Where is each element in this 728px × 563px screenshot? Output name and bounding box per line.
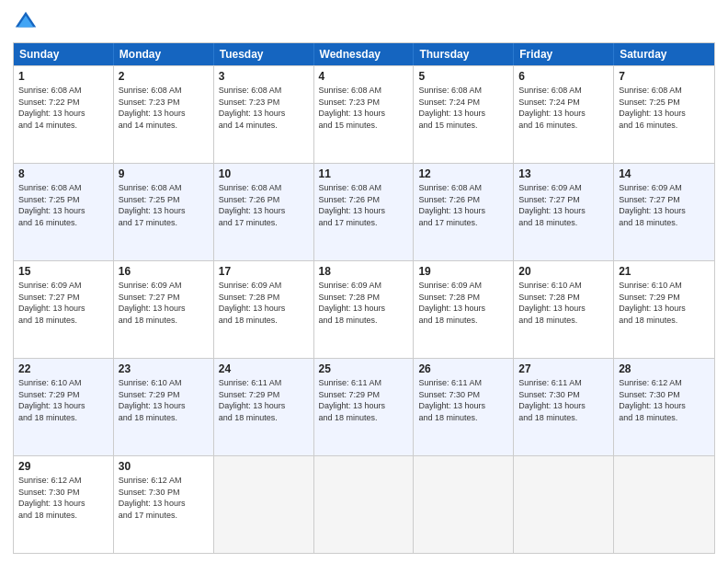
day-info: Sunrise: 6:09 AM Sunset: 7:28 PM Dayligh…	[418, 280, 508, 326]
generalblue-logo-icon	[13, 9, 39, 35]
calendar-cell	[314, 456, 415, 553]
day-info: Sunrise: 6:12 AM Sunset: 7:30 PM Dayligh…	[119, 475, 209, 521]
calendar-cell: 6Sunrise: 6:08 AM Sunset: 7:24 PM Daylig…	[514, 66, 614, 163]
calendar-cell	[214, 456, 314, 553]
calendar-cell	[614, 456, 714, 553]
day-number: 3	[219, 70, 309, 83]
day-number: 8	[18, 167, 108, 180]
calendar-cell: 21Sunrise: 6:10 AM Sunset: 7:29 PM Dayli…	[614, 261, 714, 358]
day-info: Sunrise: 6:09 AM Sunset: 7:27 PM Dayligh…	[18, 280, 108, 326]
logo	[13, 9, 42, 35]
calendar-cell: 10Sunrise: 6:08 AM Sunset: 7:26 PM Dayli…	[214, 164, 314, 260]
calendar-cell: 4Sunrise: 6:08 AM Sunset: 7:23 PM Daylig…	[314, 66, 415, 163]
day-number: 2	[119, 70, 209, 83]
calendar-week-3: 15Sunrise: 6:09 AM Sunset: 7:27 PM Dayli…	[14, 260, 714, 358]
header	[13, 9, 715, 35]
day-number: 24	[219, 362, 309, 375]
day-info: Sunrise: 6:11 AM Sunset: 7:29 PM Dayligh…	[319, 377, 409, 423]
day-number: 4	[319, 70, 409, 83]
day-info: Sunrise: 6:08 AM Sunset: 7:26 PM Dayligh…	[319, 182, 409, 228]
day-info: Sunrise: 6:09 AM Sunset: 7:28 PM Dayligh…	[219, 280, 309, 326]
day-info: Sunrise: 6:09 AM Sunset: 7:28 PM Dayligh…	[319, 280, 409, 326]
calendar-cell: 23Sunrise: 6:10 AM Sunset: 7:29 PM Dayli…	[114, 359, 214, 455]
calendar-cell: 19Sunrise: 6:09 AM Sunset: 7:28 PM Dayli…	[414, 261, 514, 358]
calendar-week-1: 1Sunrise: 6:08 AM Sunset: 7:22 PM Daylig…	[14, 65, 714, 163]
day-number: 22	[18, 362, 108, 375]
day-number: 28	[619, 362, 710, 375]
day-number: 1	[18, 70, 108, 83]
header-saturday: Saturday	[614, 43, 714, 65]
header-monday: Monday	[114, 43, 214, 65]
day-number: 10	[219, 167, 309, 180]
calendar-cell: 29Sunrise: 6:12 AM Sunset: 7:30 PM Dayli…	[14, 456, 114, 553]
calendar-cell: 15Sunrise: 6:09 AM Sunset: 7:27 PM Dayli…	[14, 261, 114, 358]
calendar-cell: 11Sunrise: 6:08 AM Sunset: 7:26 PM Dayli…	[314, 164, 415, 260]
day-info: Sunrise: 6:08 AM Sunset: 7:24 PM Dayligh…	[518, 85, 609, 131]
day-info: Sunrise: 6:11 AM Sunset: 7:29 PM Dayligh…	[219, 377, 309, 423]
calendar-cell: 25Sunrise: 6:11 AM Sunset: 7:29 PM Dayli…	[314, 359, 415, 455]
day-info: Sunrise: 6:10 AM Sunset: 7:29 PM Dayligh…	[119, 377, 209, 423]
calendar-cell: 22Sunrise: 6:10 AM Sunset: 7:29 PM Dayli…	[14, 359, 114, 455]
calendar-cell: 12Sunrise: 6:08 AM Sunset: 7:26 PM Dayli…	[414, 164, 514, 260]
calendar-cell: 2Sunrise: 6:08 AM Sunset: 7:23 PM Daylig…	[114, 66, 214, 163]
day-info: Sunrise: 6:08 AM Sunset: 7:23 PM Dayligh…	[119, 85, 209, 131]
day-number: 30	[119, 460, 209, 473]
day-number: 9	[119, 167, 209, 180]
day-number: 20	[518, 265, 609, 278]
calendar-week-4: 22Sunrise: 6:10 AM Sunset: 7:29 PM Dayli…	[14, 358, 714, 455]
day-number: 17	[219, 265, 309, 278]
day-number: 18	[319, 265, 409, 278]
header-tuesday: Tuesday	[214, 43, 314, 65]
calendar-header: Sunday Monday Tuesday Wednesday Thursday…	[14, 43, 714, 65]
day-info: Sunrise: 6:08 AM Sunset: 7:25 PM Dayligh…	[119, 182, 209, 228]
calendar-cell: 30Sunrise: 6:12 AM Sunset: 7:30 PM Dayli…	[114, 456, 214, 553]
day-info: Sunrise: 6:12 AM Sunset: 7:30 PM Dayligh…	[18, 475, 108, 521]
calendar-cell: 7Sunrise: 6:08 AM Sunset: 7:25 PM Daylig…	[614, 66, 714, 163]
calendar-cell: 3Sunrise: 6:08 AM Sunset: 7:23 PM Daylig…	[214, 66, 314, 163]
day-number: 25	[319, 362, 409, 375]
day-info: Sunrise: 6:11 AM Sunset: 7:30 PM Dayligh…	[418, 377, 508, 423]
day-number: 11	[319, 167, 409, 180]
day-info: Sunrise: 6:10 AM Sunset: 7:29 PM Dayligh…	[18, 377, 108, 423]
day-info: Sunrise: 6:12 AM Sunset: 7:30 PM Dayligh…	[619, 377, 710, 423]
calendar-cell: 5Sunrise: 6:08 AM Sunset: 7:24 PM Daylig…	[414, 66, 514, 163]
day-info: Sunrise: 6:08 AM Sunset: 7:24 PM Dayligh…	[418, 85, 508, 131]
header-sunday: Sunday	[14, 43, 114, 65]
day-number: 27	[518, 362, 609, 375]
day-number: 12	[418, 167, 508, 180]
day-number: 13	[518, 167, 609, 180]
page: Sunday Monday Tuesday Wednesday Thursday…	[0, 0, 728, 563]
day-number: 21	[619, 265, 710, 278]
calendar-cell: 28Sunrise: 6:12 AM Sunset: 7:30 PM Dayli…	[614, 359, 714, 455]
day-number: 16	[119, 265, 209, 278]
day-info: Sunrise: 6:10 AM Sunset: 7:29 PM Dayligh…	[619, 280, 710, 326]
calendar-cell: 13Sunrise: 6:09 AM Sunset: 7:27 PM Dayli…	[514, 164, 614, 260]
day-number: 19	[418, 265, 508, 278]
day-info: Sunrise: 6:10 AM Sunset: 7:28 PM Dayligh…	[518, 280, 609, 326]
day-info: Sunrise: 6:08 AM Sunset: 7:25 PM Dayligh…	[619, 85, 710, 131]
day-number: 6	[518, 70, 609, 83]
day-info: Sunrise: 6:11 AM Sunset: 7:30 PM Dayligh…	[518, 377, 609, 423]
day-number: 5	[418, 70, 508, 83]
calendar-cell	[414, 456, 514, 553]
day-info: Sunrise: 6:08 AM Sunset: 7:26 PM Dayligh…	[418, 182, 508, 228]
header-friday: Friday	[514, 43, 614, 65]
calendar-week-5: 29Sunrise: 6:12 AM Sunset: 7:30 PM Dayli…	[14, 455, 714, 553]
calendar-cell: 1Sunrise: 6:08 AM Sunset: 7:22 PM Daylig…	[14, 66, 114, 163]
day-number: 14	[619, 167, 710, 180]
calendar-cell: 20Sunrise: 6:10 AM Sunset: 7:28 PM Dayli…	[514, 261, 614, 358]
calendar-cell: 16Sunrise: 6:09 AM Sunset: 7:27 PM Dayli…	[114, 261, 214, 358]
calendar-cell: 8Sunrise: 6:08 AM Sunset: 7:25 PM Daylig…	[14, 164, 114, 260]
day-number: 7	[619, 70, 710, 83]
calendar-cell: 18Sunrise: 6:09 AM Sunset: 7:28 PM Dayli…	[314, 261, 415, 358]
day-number: 15	[18, 265, 108, 278]
day-info: Sunrise: 6:09 AM Sunset: 7:27 PM Dayligh…	[518, 182, 609, 228]
day-info: Sunrise: 6:08 AM Sunset: 7:26 PM Dayligh…	[219, 182, 309, 228]
day-info: Sunrise: 6:08 AM Sunset: 7:22 PM Dayligh…	[18, 85, 108, 131]
calendar-body: 1Sunrise: 6:08 AM Sunset: 7:22 PM Daylig…	[14, 65, 714, 553]
header-wednesday: Wednesday	[314, 43, 415, 65]
day-info: Sunrise: 6:08 AM Sunset: 7:23 PM Dayligh…	[219, 85, 309, 131]
day-info: Sunrise: 6:09 AM Sunset: 7:27 PM Dayligh…	[119, 280, 209, 326]
calendar-cell	[514, 456, 614, 553]
calendar-week-2: 8Sunrise: 6:08 AM Sunset: 7:25 PM Daylig…	[14, 163, 714, 260]
